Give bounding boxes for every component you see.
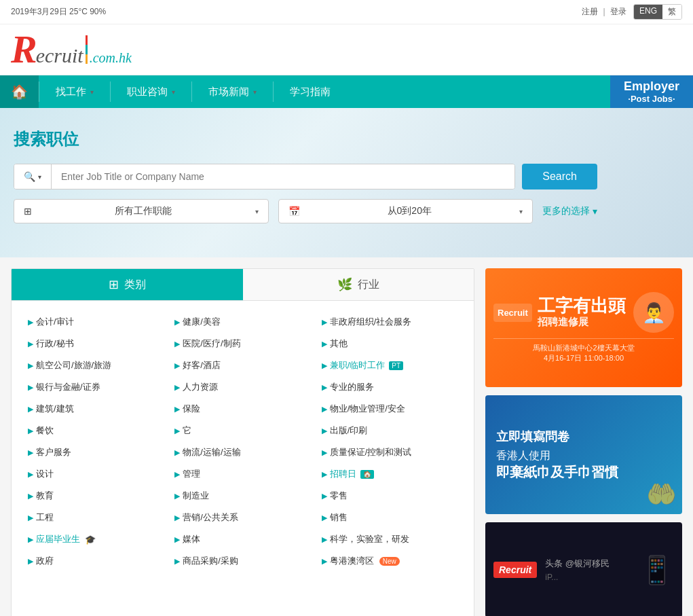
top-bar: 2019年3月29日 25°C 90% 注册 | 登录 ENG 繁 (0, 0, 693, 24)
nav-home[interactable]: 🏠 (0, 75, 39, 108)
list-item[interactable]: ▶会计/审计 (22, 312, 169, 332)
ad2-line2: 即棄紙巾及手巾習慣 (496, 463, 671, 482)
more-options-button[interactable]: 更多的选择 ▾ (542, 205, 597, 217)
more-options-label: 更多的选择 (542, 205, 590, 217)
list-item[interactable]: ▶专业的服务 (316, 377, 463, 397)
ad-box-2[interactable]: 立即填寫問卷 香港人使用 即棄紙巾及手巾習慣 🤲 (485, 395, 682, 514)
auth-links[interactable]: 注册 | 登录 (582, 6, 626, 18)
list-item[interactable]: ▶应届毕业生🎓 (22, 529, 169, 549)
job-function-select[interactable]: ⊞ 所有工作职能 ▾ (14, 199, 269, 223)
list-item[interactable]: ▶好客/酒店 (169, 355, 316, 376)
search-icon: 🔍 (24, 171, 35, 182)
nav-item-jobs[interactable]: 找工作 ▾ (39, 76, 110, 108)
date-weather: 2019年3月29日 25°C 90% (11, 6, 106, 18)
ad2-icon: 🤲 (646, 480, 677, 509)
list-item[interactable]: ▶教育 (22, 486, 169, 506)
list-item[interactable]: ▶政府 (22, 551, 169, 571)
search-input[interactable] (52, 164, 514, 189)
ad3-text: 头条 @银河移民 (545, 558, 610, 570)
tab-industry-label: 行业 (358, 278, 379, 292)
job-function-arrow: ▾ (255, 208, 259, 215)
list-item[interactable]: ▶招聘日🏠 (316, 464, 463, 484)
logo-r: R (11, 30, 37, 69)
experience-icon: 📅 (288, 206, 300, 217)
list-item[interactable]: ▶质量保证/控制和测试 (316, 442, 463, 463)
employer-button[interactable]: Employer ·Post Jobs· (610, 75, 693, 108)
hero-section: 搜索职位 🔍 ▾ Search ⊞ 所有工作职能 ▾ 📅 从0到20年 ▾ 更多… (0, 108, 693, 257)
ad3-phone-icon: 📱 (640, 554, 674, 586)
search-type-button[interactable]: 🔍 ▾ (14, 164, 52, 189)
lang-chi[interactable]: 繁 (662, 5, 681, 19)
search-row: 🔍 ▾ Search (14, 164, 597, 189)
list-item[interactable]: ▶航空公司/旅游/旅游 (22, 355, 169, 376)
tab-industry[interactable]: 🌿 行业 (243, 269, 474, 300)
list-item[interactable]: ▶管理 (169, 464, 316, 484)
nav-item-news[interactable]: 市场新闻 ▾ (192, 76, 273, 108)
list-item[interactable]: ▶制造业 (169, 486, 316, 506)
category-tabs: ⊞ 类别 🌿 行业 (12, 269, 474, 301)
list-item[interactable]: ▶它 (169, 420, 316, 441)
nav-label-learning: 学习指南 (290, 86, 331, 98)
nav-label-news: 市场新闻 (208, 86, 249, 98)
list-item[interactable]: ▶健康/美容 (169, 312, 316, 332)
search-button[interactable]: Search (522, 164, 597, 189)
list-item[interactable]: ▶兼职/临时工作PT (316, 355, 463, 376)
logo-ecruit: ecruit (36, 46, 83, 66)
list-item[interactable]: ▶物流/运输/运输 (169, 442, 316, 463)
ad2-cta: 立即填寫問卷 (496, 429, 671, 445)
list-item[interactable]: ▶物业/物业管理/安全 (316, 399, 463, 419)
list-item[interactable]: ▶客户服务 (22, 442, 169, 463)
list-item[interactable]: ▶非政府组织/社会服务 (316, 312, 463, 332)
register-link[interactable]: 注册 (582, 7, 598, 16)
list-item[interactable]: ▶其他 (316, 333, 463, 354)
lang-eng[interactable]: ENG (634, 5, 662, 19)
list-item[interactable]: ▶媒体 (169, 529, 316, 549)
ad1-graphic: 👨‍💼 (633, 292, 674, 333)
list-item[interactable]: ▶人力资源 (169, 377, 316, 397)
category-panel: ⊞ 类别 🌿 行业 ▶会计/审计 ▶健康/美容 ▶非政府组织/社会服务 ▶行政/… (11, 268, 474, 616)
job-function-icon: ⊞ (24, 206, 32, 217)
tab-category-label: 类别 (124, 278, 146, 292)
ad1-title: 工字有出頭 (538, 296, 628, 316)
nav-arrow-jobs: ▾ (90, 88, 94, 96)
list-item[interactable]: ▶银行与金融/证券 (22, 377, 169, 397)
ad1-logo: Recruit (498, 308, 528, 318)
experience-arrow: ▾ (519, 208, 523, 215)
list-item[interactable]: ▶建筑/建筑 (22, 399, 169, 419)
language-switcher[interactable]: ENG 繁 (633, 4, 682, 20)
list-item[interactable]: ▶行政/秘书 (22, 333, 169, 354)
list-item[interactable]: ▶粤港澳湾区New (316, 551, 463, 571)
tab-category[interactable]: ⊞ 类别 (12, 269, 243, 300)
list-item[interactable]: ▶设计 (22, 464, 169, 484)
ad3-logo: Recruit (493, 562, 537, 578)
experience-label: 从0到20年 (388, 205, 432, 217)
list-item[interactable]: ▶营销/公共关系 (169, 507, 316, 528)
nav-item-learning[interactable]: 学习指南 (274, 76, 347, 108)
employer-title: Employer (624, 79, 679, 94)
ad-box-3[interactable]: Recruit 头条 @银河移民 iP... 📱 (485, 522, 682, 616)
employer-sub: ·Post Jobs· (628, 94, 675, 104)
list-item[interactable]: ▶工程 (22, 507, 169, 528)
ad3-logo-wrap: Recruit (493, 562, 537, 578)
search-box: 🔍 ▾ (14, 164, 515, 189)
list-item[interactable]: ▶出版/印刷 (316, 420, 463, 441)
list-item[interactable]: ▶餐饮 (22, 420, 169, 441)
list-item[interactable]: ▶保险 (169, 399, 316, 419)
ad-box-1[interactable]: Recruit 工字有出頭 招聘進修展 👨‍💼 馬鞍山新港城中心2樓天幕大堂4月… (485, 268, 682, 387)
list-item[interactable]: ▶商品采购/采购 (169, 551, 316, 571)
login-link[interactable]: 登录 (610, 7, 626, 16)
list-item[interactable]: ▶医院/医疗/制药 (169, 333, 316, 354)
list-item[interactable]: ▶科学，实验室，研发 (316, 529, 463, 549)
main-content: ⊞ 类别 🌿 行业 ▶会计/审计 ▶健康/美容 ▶非政府组织/社会服务 ▶行政/… (0, 257, 693, 616)
logo-line (86, 35, 88, 64)
nav-label-jobs: 找工作 (56, 86, 86, 98)
search-type-arrow: ▾ (38, 173, 41, 181)
nav-item-career[interactable]: 职业咨询 ▾ (111, 76, 191, 108)
experience-select[interactable]: 📅 从0到20年 ▾ (278, 199, 533, 223)
ad3-sub: iP... (545, 573, 610, 582)
hero-title: 搜索职位 (14, 128, 679, 150)
list-item[interactable]: ▶销售 (316, 507, 463, 528)
ad1-subtitle: 招聘進修展 (538, 316, 628, 329)
list-item[interactable]: ▶零售 (316, 486, 463, 506)
logo[interactable]: R ecruit .com.hk (11, 30, 132, 69)
